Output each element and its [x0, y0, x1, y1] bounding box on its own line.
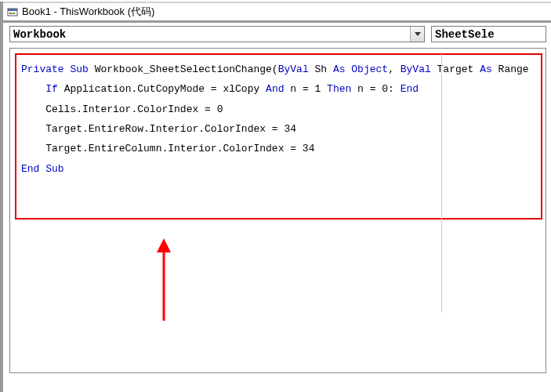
- code-keyword: ByVal: [278, 64, 309, 75]
- code-keyword: ByVal: [401, 64, 431, 75]
- svg-rect-1: [8, 9, 17, 11]
- code-keyword: And: [266, 83, 284, 95]
- dropdown-row: Workbook SheetSele: [3, 23, 551, 45]
- svg-marker-5: [157, 238, 171, 252]
- code-keyword: If: [45, 83, 58, 95]
- procedure-dropdown-text: SheetSele: [432, 28, 495, 41]
- code-keyword: As: [480, 64, 492, 75]
- code-keyword: Private Sub: [21, 64, 89, 75]
- title-bar: Book1 - ThisWorkbook (代码): [3, 2, 551, 20]
- object-dropdown[interactable]: Workbook: [9, 26, 425, 42]
- code-text: Cells.Interior.ColorIndex = 0: [21, 103, 223, 115]
- svg-rect-3: [13, 13, 15, 14]
- code-keyword: End Sub: [21, 163, 64, 175]
- code-text: Target.EntireColumn.Interior.ColorIndex …: [21, 143, 314, 154]
- code-text: Application.CutCopyMode = xlCopy: [58, 83, 266, 95]
- chevron-down-icon[interactable]: [410, 27, 424, 42]
- code-text: n = 0:: [351, 83, 400, 95]
- window-body: Workbook SheetSele Private Sub Workbook_…: [3, 20, 551, 373]
- window-title: Book1 - ThisWorkbook (代码): [22, 5, 154, 19]
- module-icon: [6, 5, 19, 18]
- svg-rect-2: [9, 13, 12, 14]
- code-text: Workbook_SheetSelectionChange(: [89, 64, 278, 75]
- code-text: Sh: [309, 64, 333, 75]
- vertical-separator: [441, 54, 442, 313]
- object-dropdown-text: Workbook: [10, 28, 66, 41]
- code-editor[interactable]: Private Sub Workbook_SheetSelectionChang…: [15, 53, 542, 220]
- code-keyword: Then: [327, 83, 351, 95]
- code-text: Target: [431, 64, 480, 75]
- code-text: [21, 83, 45, 95]
- arrow-up-annotation-icon: [152, 238, 176, 328]
- code-keyword: As Object: [333, 64, 388, 75]
- window-frame: Book1 - ThisWorkbook (代码) Workbook Sheet…: [0, 2, 551, 392]
- code-text: ,: [388, 64, 401, 75]
- code-text: Target.EntireRow.Interior.ColorIndex = 3…: [21, 123, 296, 135]
- code-editor-container: Private Sub Workbook_SheetSelectionChang…: [9, 48, 546, 373]
- code-text: Range: [492, 64, 529, 75]
- code-text: n = 1: [284, 83, 327, 95]
- code-keyword: End: [401, 83, 419, 95]
- procedure-dropdown[interactable]: SheetSele: [431, 26, 546, 42]
